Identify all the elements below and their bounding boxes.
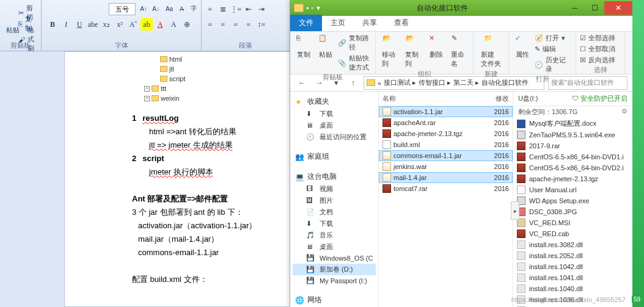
paste-button[interactable]: 粘贴 <box>0 24 23 36</box>
tab-home[interactable]: 主页 <box>322 15 354 31</box>
multilevel-button[interactable]: ⋮≡ <box>230 3 242 15</box>
select-all-button[interactable]: ☑全部选择 <box>580 33 621 43</box>
document-content[interactable]: 1resultLog html =>ant 转化后的结果 jtl => jmet… <box>132 112 285 286</box>
strike-button[interactable]: abe <box>87 18 99 31</box>
copypath-button[interactable]: 🔗复制路径 <box>338 33 371 52</box>
italic-button[interactable]: I <box>60 18 72 31</box>
subscript-button[interactable]: x₂ <box>100 18 112 31</box>
nav-desktop[interactable]: 🖥桌面 <box>293 120 376 131</box>
nav-documents[interactable]: 📄文档 <box>293 206 376 218</box>
tab-file[interactable]: 文件 <box>290 15 322 31</box>
usb-file-row[interactable]: install.res.1042.dll <box>513 261 632 272</box>
nav-pictures[interactable]: 🖼图片 <box>293 195 376 206</box>
decrease-indent-button[interactable]: ⇤ <box>243 3 255 15</box>
nav-d-drive[interactable]: 💾新加卷 (D:) <box>293 264 376 275</box>
usb-file-row[interactable]: VC_RED.cab <box>513 228 632 239</box>
align-right-button[interactable]: ≡ <box>230 18 242 31</box>
text-effect-button[interactable]: Aˇ <box>127 18 139 31</box>
justify-button[interactable]: ≡ <box>243 18 255 31</box>
properties-button[interactable]: ✓属性 <box>513 33 532 74</box>
nav-downloads[interactable]: ⬇下载 <box>293 108 376 120</box>
nav-videos[interactable]: 🎞视频 <box>293 183 376 195</box>
tab-share[interactable]: 共享 <box>354 15 386 31</box>
file-row[interactable]: apache-jmeter-2.13.tgz2016 <box>379 128 513 139</box>
char-border-button[interactable]: A <box>167 18 180 31</box>
qat-icon[interactable]: ▫ <box>311 4 313 12</box>
line-spacing-button[interactable]: ↕≡ <box>255 18 268 31</box>
expand-icon[interactable]: + <box>144 86 150 92</box>
tree-item[interactable]: script <box>160 74 185 84</box>
superscript-button[interactable]: x² <box>114 18 126 31</box>
tree-item[interactable]: +weixin <box>144 93 185 103</box>
bullets-button[interactable]: ≡ <box>204 3 216 15</box>
minimize-button[interactable]: ─ <box>565 1 585 15</box>
align-center-button[interactable]: ≡ <box>217 18 229 31</box>
usb-file-row[interactable]: install.res.2052.dll <box>513 250 632 261</box>
underline-button[interactable]: U <box>73 18 86 31</box>
font-color-button[interactable]: A <box>154 18 166 31</box>
usb-file-row[interactable]: apache-jmeter-2.13.tgz <box>513 173 632 184</box>
qat-icon[interactable]: ▪ <box>306 4 309 12</box>
tree-item[interactable]: +ttt <box>144 84 185 93</box>
open-button[interactable]: 🧭打开 ▾ <box>535 33 572 43</box>
shrink-font-button[interactable]: A↓ <box>150 3 161 14</box>
usb-file-row[interactable]: DSC_0308.JPG <box>513 206 632 217</box>
highlight-button[interactable]: ab <box>141 18 153 31</box>
expand-icon[interactable]: + <box>144 96 150 101</box>
history-button[interactable]: 🕘历史记录 <box>535 55 572 74</box>
rename-button[interactable]: ✎重命名 <box>448 33 469 70</box>
file-row[interactable]: jenkins.war2016 <box>379 161 513 172</box>
edit-button[interactable]: ✎编辑 <box>535 44 572 54</box>
panel-collapse-button[interactable]: ▸ <box>511 201 519 220</box>
usb-file-row[interactable]: 2017-9.rar <box>513 140 632 151</box>
delete-button[interactable]: ✕删除 <box>426 33 446 70</box>
close-button[interactable]: ✕ <box>604 1 632 15</box>
explorer-titlebar[interactable]: ▪ ▫ ▾ 自动化接口软件 ─ ☐ ✕ <box>290 0 632 16</box>
font-size-select[interactable]: 五号 <box>109 3 136 15</box>
tab-view[interactable]: 查看 <box>386 15 417 31</box>
nav-homegroup[interactable]: 👥家庭组 <box>293 150 376 163</box>
usb-file-row[interactable]: ZenTaoPMS.9.5.1.win64.exe <box>513 129 632 140</box>
nav-thispc[interactable]: 💻这台电脑 <box>293 170 376 183</box>
align-left-button[interactable]: ≡ <box>204 18 216 31</box>
nav-passport[interactable]: 💾My Passport (I:) <box>293 275 376 286</box>
numbering-button[interactable]: ≣ <box>217 3 229 15</box>
nav-desktop2[interactable]: 🖥桌面 <box>293 241 376 253</box>
paste-shortcut-button[interactable]: 📎粘贴快捷方式 <box>338 53 371 73</box>
usb-file-row[interactable]: install.res.3082.dll <box>513 239 632 250</box>
usb-file-row[interactable]: install.res.1040.dll <box>513 283 632 294</box>
bold-button[interactable]: B <box>46 18 59 31</box>
file-row[interactable]: commons-email-1.1.jar2016 <box>379 150 513 161</box>
increase-indent-button[interactable]: ⇥ <box>255 3 268 15</box>
clear-format-button[interactable]: A̶ <box>176 3 187 14</box>
nav-music[interactable]: 🎵音乐 <box>293 229 376 241</box>
file-row[interactable]: tomcat7.rar2016 <box>379 183 513 194</box>
moveto-button[interactable]: 📂移动到 <box>379 33 400 70</box>
select-none-button[interactable]: ☐全部取消 <box>580 44 621 54</box>
file-row[interactable]: mail-1.4.jar2016 <box>379 172 513 183</box>
char-shading-button[interactable]: ⊕ <box>181 18 193 31</box>
file-row[interactable]: apacheAnt.rar2016 <box>379 117 513 128</box>
nav-downloads2[interactable]: ⬇下载 <box>293 218 376 229</box>
usb-file-row[interactable]: install.res.1041.dll <box>513 272 632 283</box>
paste-button[interactable]: 📋粘贴 <box>316 33 335 73</box>
file-row[interactable]: build.xml2016 <box>379 139 513 150</box>
grow-font-button[interactable]: A↑ <box>138 3 149 14</box>
usb-file-row[interactable]: User Manual.url <box>513 184 632 195</box>
phonetic-button[interactable]: 字 <box>188 3 199 14</box>
copy-button[interactable]: ⎘复制 <box>294 33 313 73</box>
usb-file-row[interactable]: Mysql客户端配置.docx <box>513 118 632 129</box>
tree-item[interactable]: html <box>160 54 185 64</box>
invert-select-button[interactable]: ☒反向选择 <box>580 55 621 65</box>
tree-item[interactable]: jtl <box>160 64 185 74</box>
file-row[interactable]: activation-1.1.jar2016 <box>379 106 513 117</box>
nav-recent[interactable]: 🕘最近访问的位置 <box>293 131 376 143</box>
side-badge[interactable]: 59 <box>632 295 642 303</box>
usb-file-row[interactable]: CentOS-6.5-x86_64-bin-DVD1.i <box>513 151 632 162</box>
maximize-button[interactable]: ☐ <box>585 1 604 15</box>
nav-favorites[interactable]: ★收藏夹 <box>293 95 376 108</box>
copyto-button[interactable]: 📂复制到 <box>403 33 423 70</box>
new-folder-button[interactable]: 📁新建 文件夹 <box>477 33 505 70</box>
change-case-button[interactable]: Aa <box>164 3 175 14</box>
nav-c-drive[interactable]: 💾Windows8_OS (C <box>293 253 376 264</box>
